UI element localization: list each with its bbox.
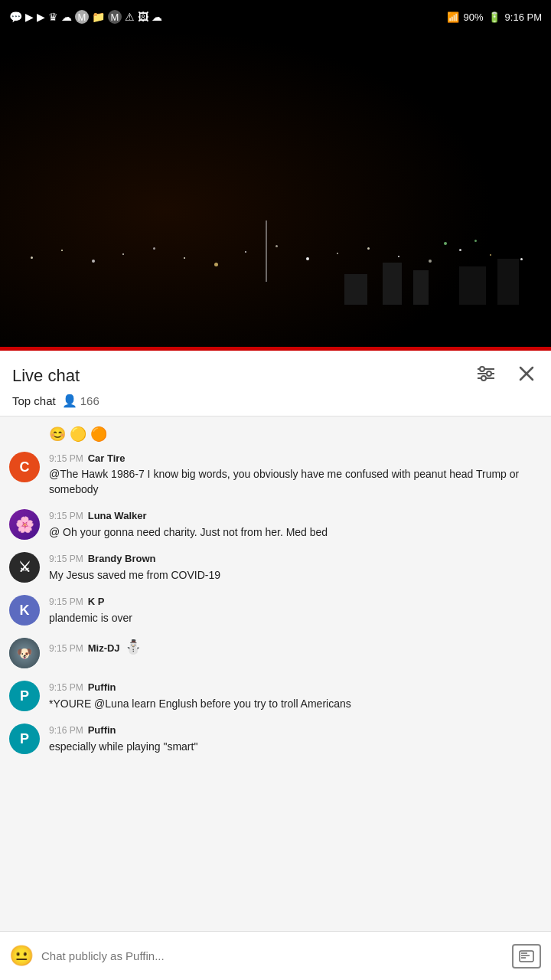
message-meta: 9:15 PM Miz-DJ ⛄ — [49, 638, 542, 657]
message-meta: 9:15 PM Brandy Brown — [49, 552, 542, 566]
battery-percent: 90% — [464, 11, 484, 23]
chat-mode: Top chat — [12, 394, 56, 407]
avatar: C — [9, 452, 40, 482]
status-icons-right: 📶 90% 🔋 9:16 PM — [447, 11, 542, 23]
message-meta: 9:15 PM K P — [49, 595, 542, 609]
chat-title-row: Live chat — [12, 361, 539, 390]
close-button[interactable] — [514, 361, 539, 390]
list-item: P 9:16 PM Puffin especially while playin… — [0, 717, 551, 760]
avatar: ⚔ — [9, 552, 40, 583]
chat-truncated: 😊 🟡 🟠 — [0, 420, 551, 446]
video-area — [0, 0, 551, 351]
chat-header: Live chat — [0, 351, 551, 416]
message-icon: 💬 — [9, 11, 22, 23]
avatar: P — [9, 724, 40, 754]
message-emoji: ⛄ — [125, 638, 142, 657]
list-item: 🐶 9:15 PM Miz-DJ ⛄ — [0, 632, 551, 675]
clock: 9:16 PM — [505, 11, 542, 23]
emoji-button[interactable]: 😐 — [9, 944, 34, 968]
list-item: P 9:15 PM Puffin *YOURE @Luna learn Engl… — [0, 675, 551, 717]
message-time: 9:15 PM — [49, 642, 83, 655]
filter-icon — [476, 365, 496, 382]
svg-point-3 — [480, 367, 484, 371]
message-author: Brandy Brown — [88, 552, 156, 566]
message-meta: 9:16 PM Puffin — [49, 724, 542, 737]
svg-point-4 — [487, 371, 491, 376]
avatar: 🌸 — [9, 509, 40, 540]
close-icon — [517, 364, 536, 383]
message-time: 9:15 PM — [49, 510, 83, 523]
message-meta: 9:15 PM Puffin — [49, 681, 542, 694]
list-item: ⚔ 9:15 PM Brandy Brown My Jesus saved me… — [0, 546, 551, 589]
message-content: 9:15 PM Puffin *YOURE @Luna learn Englus… — [49, 681, 542, 711]
message-time: 9:16 PM — [49, 724, 83, 737]
message-author: Puffin — [88, 724, 116, 737]
message-time: 9:15 PM — [49, 681, 83, 694]
message-text: @ Oh your gonna need charity. Just not f… — [49, 525, 542, 541]
cloud2-icon: ☁ — [152, 11, 162, 23]
chat-input[interactable] — [41, 949, 504, 962]
wifi-icon: 📶 — [447, 11, 459, 23]
youtube2-icon: ▶ — [37, 11, 45, 23]
message-author: Car Tire — [88, 452, 126, 466]
chat-input-bar: 😐 — [0, 931, 551, 980]
m2-icon: M — [108, 10, 122, 24]
cloud-icon: ☁ — [61, 11, 72, 23]
message-text: especially while playing "smart" — [49, 740, 542, 755]
warning-icon: ⚠ — [125, 11, 135, 23]
message-content: 9:15 PM Brandy Brown My Jesus saved me f… — [49, 552, 542, 583]
message-author: Miz-DJ — [88, 642, 120, 655]
message-time: 9:15 PM — [49, 553, 83, 566]
list-item: 🌸 9:15 PM Luna Walker @ Oh your gonna ne… — [0, 503, 551, 546]
person-icon: 👤 — [62, 394, 77, 408]
message-text: *YOURE @Luna learn Englush before you tr… — [49, 697, 542, 712]
avatar: P — [9, 681, 40, 711]
avatar: 🐶 — [9, 638, 40, 668]
live-chat-panel: Live chat — [0, 351, 551, 980]
message-content: 9:16 PM Puffin especially while playing … — [49, 724, 542, 754]
message-content: 9:15 PM Miz-DJ ⛄ — [49, 638, 542, 658]
message-text: My Jesus saved me from COVID-19 — [49, 568, 542, 583]
viewer-count-value: 166 — [80, 394, 99, 407]
list-item: K 9:15 PM K P plandemic is over — [0, 589, 551, 632]
m-icon: M — [75, 10, 89, 24]
message-text: plandemic is over — [49, 611, 542, 626]
status-bar: 💬 ▶ ▶ ♛ ☁ M 📁 M ⚠ 🖼 ☁ 📶 90% 🔋 9:16 PM — [0, 0, 551, 34]
message-content: 9:15 PM Luna Walker @ Oh your gonna need… — [49, 509, 542, 540]
message-meta: 9:15 PM Car Tire — [49, 452, 542, 466]
chat-messages: 😊 🟡 🟠 C 9:15 PM Car Tire @The Hawk 1986-… — [0, 416, 551, 931]
send-button[interactable] — [511, 941, 542, 972]
message-meta: 9:15 PM Luna Walker — [49, 509, 542, 523]
chat-subtitle-row: Top chat 👤 166 — [12, 394, 539, 408]
viewer-count: 👤 166 — [62, 394, 99, 408]
message-time: 9:15 PM — [49, 596, 83, 609]
message-author: K P — [88, 595, 105, 609]
folder-icon: 📁 — [92, 11, 105, 23]
crown-icon: ♛ — [48, 11, 58, 23]
message-text: @The Hawk 1986-7 I know big words, you o… — [49, 467, 542, 497]
filter-button[interactable] — [473, 362, 499, 390]
avatar: K — [9, 595, 40, 626]
battery-icon: 🔋 — [488, 11, 500, 23]
image-icon: 🖼 — [138, 11, 148, 23]
svg-point-5 — [481, 376, 486, 381]
svg-rect-8 — [520, 951, 533, 962]
video-background — [0, 0, 551, 351]
status-icons-left: 💬 ▶ ▶ ♛ ☁ M 📁 M ⚠ 🖼 ☁ — [9, 10, 162, 24]
list-item: C 9:15 PM Car Tire @The Hawk 1986-7 I kn… — [0, 446, 551, 503]
city-lights — [0, 213, 551, 305]
chat-header-icons — [473, 361, 539, 390]
youtube-icon: ▶ — [25, 11, 34, 23]
message-author: Luna Walker — [88, 509, 147, 523]
message-content: 9:15 PM K P plandemic is over — [49, 595, 542, 626]
message-time: 9:15 PM — [49, 452, 83, 466]
send-icon — [512, 944, 541, 969]
message-author: Puffin — [88, 681, 116, 694]
chat-title: Live chat — [12, 366, 80, 386]
message-content: 9:15 PM Car Tire @The Hawk 1986-7 I know… — [49, 452, 542, 497]
